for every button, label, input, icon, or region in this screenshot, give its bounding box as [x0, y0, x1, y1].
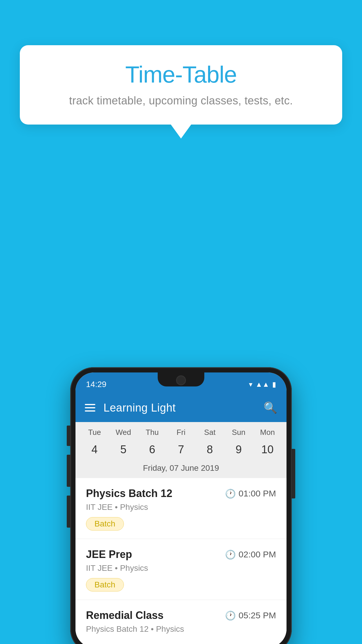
day-numbers: 4 5 6 7 8 9 10 [75, 440, 287, 459]
battery-icon: ▮ [272, 380, 276, 388]
schedule-item-1-tag: Batch [86, 517, 124, 531]
btn-volume-up[interactable] [67, 455, 70, 487]
day-label-thu: Thu [138, 428, 167, 440]
calendar-strip: Tue Wed Thu Fri Sat Sun Mon 4 5 6 7 8 9 … [75, 422, 287, 478]
wifi-icon: ▾ [249, 380, 252, 388]
schedule-item-2: JEE Prep 🕐 02:00 PM IIT JEE • Physics Ba… [75, 539, 287, 600]
schedule-item-2-subtitle: IIT JEE • Physics [86, 564, 276, 573]
schedule-item-2-title: JEE Prep [86, 548, 132, 561]
day-label-sun: Sun [224, 428, 253, 440]
day-8[interactable]: 8 [195, 440, 224, 459]
status-time: 14:29 [86, 380, 106, 389]
clock-icon-2: 🕐 [225, 550, 236, 560]
day-5[interactable]: 5 [109, 440, 138, 459]
clock-icon-3: 🕐 [225, 610, 236, 621]
status-icons: ▾ ▲▲ ▮ [249, 380, 276, 388]
phone-outer: 14:29 ▾ ▲▲ ▮ Learning Light 🔍 [70, 367, 292, 644]
day-label-mon: Mon [253, 428, 282, 440]
schedule-item-2-header: JEE Prep 🕐 02:00 PM [86, 548, 276, 561]
day-4[interactable]: 4 [80, 440, 109, 459]
day-labels: Tue Wed Thu Fri Sat Sun Mon [75, 428, 287, 440]
selected-date: Friday, 07 June 2019 [75, 459, 287, 478]
tooltip-title: Time-Table [37, 61, 325, 88]
day-10[interactable]: 10 [253, 440, 282, 459]
search-button[interactable]: 🔍 [263, 401, 277, 414]
schedule-item-3-time: 🕐 05:25 PM [225, 610, 276, 621]
schedule-item-2-tag: Batch [86, 578, 124, 592]
schedule-item-1-subtitle: IIT JEE • Physics [86, 503, 276, 512]
btn-volume-down[interactable] [67, 496, 70, 528]
phone-container: 14:29 ▾ ▲▲ ▮ Learning Light 🔍 [70, 367, 292, 644]
schedule-item-3-header: Remedial Class 🕐 05:25 PM [86, 609, 276, 622]
schedule-item-3: Remedial Class 🕐 05:25 PM Physics Batch … [75, 600, 287, 644]
app-title: Learning Light [103, 402, 255, 414]
tooltip-subtitle: track timetable, upcoming classes, tests… [37, 94, 325, 107]
signal-icon: ▲▲ [255, 380, 269, 388]
day-6[interactable]: 6 [138, 440, 167, 459]
schedule-item-1: Physics Batch 12 🕐 01:00 PM IIT JEE • Ph… [75, 478, 287, 539]
app-bar: Learning Light 🔍 [75, 393, 287, 422]
tooltip-card: Time-Table track timetable, upcoming cla… [20, 45, 342, 125]
schedule-item-3-time-text: 05:25 PM [239, 610, 276, 620]
btn-power[interactable] [292, 449, 295, 498]
schedule-item-1-time-text: 01:00 PM [239, 489, 276, 498]
status-bar: 14:29 ▾ ▲▲ ▮ [75, 372, 287, 393]
clock-icon-1: 🕐 [225, 489, 236, 499]
menu-button[interactable] [85, 404, 95, 412]
phone-screen: 14:29 ▾ ▲▲ ▮ Learning Light 🔍 [75, 372, 287, 644]
day-9[interactable]: 9 [224, 440, 253, 459]
day-label-tue: Tue [80, 428, 109, 440]
schedule-item-2-time: 🕐 02:00 PM [225, 550, 276, 560]
schedule-item-2-time-text: 02:00 PM [239, 550, 276, 559]
schedule-list: Physics Batch 12 🕐 01:00 PM IIT JEE • Ph… [75, 478, 287, 644]
day-label-wed: Wed [109, 428, 138, 440]
btn-volume-silent[interactable] [67, 426, 70, 446]
schedule-item-3-subtitle: Physics Batch 12 • Physics [86, 624, 276, 634]
schedule-item-1-header: Physics Batch 12 🕐 01:00 PM [86, 487, 276, 500]
day-label-fri: Fri [167, 428, 196, 440]
day-label-sat: Sat [195, 428, 224, 440]
schedule-item-1-time: 🕐 01:00 PM [225, 489, 276, 499]
schedule-item-3-title: Remedial Class [86, 609, 164, 622]
day-7[interactable]: 7 [167, 440, 196, 459]
schedule-item-1-title: Physics Batch 12 [86, 487, 172, 500]
